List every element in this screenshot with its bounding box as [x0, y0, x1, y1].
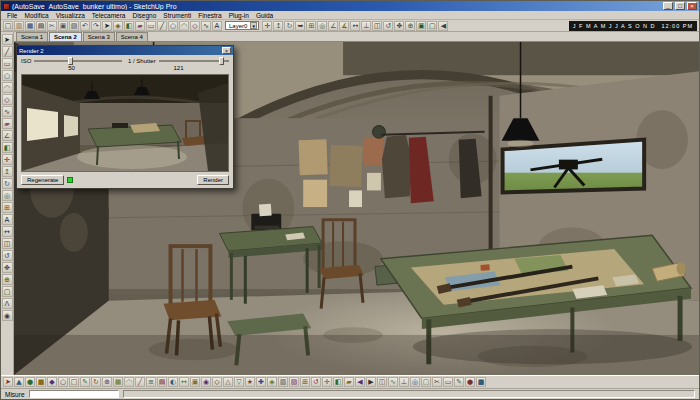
text-icon[interactable]: A [2, 214, 13, 225]
menu-disegno[interactable]: Disegno [129, 11, 159, 20]
rectangle-icon[interactable]: ▭ [146, 21, 156, 31]
render-dialog-titlebar[interactable]: Render 2 × [17, 46, 233, 55]
text-icon[interactable]: A [212, 21, 222, 31]
scene-tab-4[interactable]: Scena 4 [116, 32, 148, 41]
section-plane-icon[interactable]: ◫ [372, 21, 382, 31]
make-component-icon[interactable]: ◈ [113, 21, 123, 31]
bottom-tool-2-icon[interactable]: ▲ [14, 377, 24, 387]
tape-measure-icon[interactable]: ∠ [328, 21, 338, 31]
follow-me-icon[interactable]: ➥ [295, 21, 305, 31]
line-icon[interactable]: ╱ [157, 21, 167, 31]
window-titlebar[interactable]: (AutoSave_AutoSave_bunker ultimo) - Sket… [1, 1, 699, 11]
redo-icon[interactable]: ↷ [91, 21, 101, 31]
zoom-extents-icon[interactable]: ▢ [427, 21, 437, 31]
bottom-tool-21-icon[interactable]: △ [223, 377, 233, 387]
paint-bucket-icon[interactable]: ◧ [2, 142, 13, 153]
save-file-icon[interactable]: ▦ [25, 21, 35, 31]
bottom-tool-27-icon[interactable]: ▧ [289, 377, 299, 387]
menu-finestra[interactable]: Finestra [195, 11, 224, 20]
paint-bucket-icon[interactable]: ◧ [124, 21, 134, 31]
bottom-tool-29-icon[interactable]: ↺ [311, 377, 321, 387]
bottom-tool-18-icon[interactable]: ▣ [190, 377, 200, 387]
section-plane-icon[interactable]: ◫ [2, 238, 13, 249]
bottom-tool-38-icon[interactable]: ◎ [410, 377, 420, 387]
look-around-icon[interactable]: ◉ [2, 310, 13, 321]
measurement-input[interactable] [29, 390, 119, 398]
tape-measure-icon[interactable]: ∠ [2, 130, 13, 141]
bottom-tool-4-icon[interactable]: ■ [36, 377, 46, 387]
bottom-tool-8-icon[interactable]: ✎ [80, 377, 90, 387]
arc-icon[interactable]: ◠ [2, 82, 13, 93]
bottom-tool-16-icon[interactable]: ◐ [168, 377, 178, 387]
bottom-tool-35-icon[interactable]: ◫ [377, 377, 387, 387]
bottom-tool-25-icon[interactable]: ◈ [267, 377, 277, 387]
dimension-icon[interactable]: ↔ [2, 226, 13, 237]
menu-plug-in[interactable]: Plug-in [226, 11, 252, 20]
bottom-tool-36-icon[interactable]: ∿ [388, 377, 398, 387]
orbit-icon[interactable]: ↺ [383, 21, 393, 31]
bottom-tool-26-icon[interactable]: ▥ [278, 377, 288, 387]
scale-icon[interactable]: ⊞ [2, 202, 13, 213]
bottom-tool-20-icon[interactable]: ◇ [212, 377, 222, 387]
render-dialog[interactable]: Render 2 × ISO 50 [16, 45, 234, 189]
scene-tab-2[interactable]: Scena 2 [49, 32, 82, 41]
push-pull-icon[interactable]: ↥ [273, 21, 283, 31]
bottom-tool-41-icon[interactable]: ▭ [443, 377, 453, 387]
bottom-tool-34-icon[interactable]: ▶ [366, 377, 376, 387]
menu-modifica[interactable]: Modifica [21, 11, 51, 20]
bottom-tool-43-icon[interactable]: ● [465, 377, 475, 387]
shutter-slider[interactable] [159, 57, 229, 65]
bottom-tool-32-icon[interactable]: ▰ [344, 377, 354, 387]
move-icon[interactable]: ✛ [2, 154, 13, 165]
bottom-tool-9-icon[interactable]: ↻ [91, 377, 101, 387]
bottom-tool-17-icon[interactable]: ↔ [179, 377, 189, 387]
bottom-tool-7-icon[interactable]: □ [69, 377, 79, 387]
rectangle-icon[interactable]: ▭ [2, 58, 13, 69]
previous-view-icon[interactable]: ◀ [438, 21, 448, 31]
copy-icon[interactable]: ▣ [58, 21, 68, 31]
render-dialog-close-icon[interactable]: × [222, 47, 231, 54]
bottom-tool-28-icon[interactable]: ⊞ [300, 377, 310, 387]
menu-strumenti[interactable]: Strumenti [160, 11, 194, 20]
modeling-viewport[interactable]: Render 2 × ISO 50 [14, 42, 699, 375]
regenerate-button[interactable]: Regenerate [21, 175, 64, 185]
pan-icon[interactable]: ✥ [394, 21, 404, 31]
layer-dropdown[interactable]: Layer0 ▾ [225, 21, 259, 30]
zoom-window-icon[interactable]: ▣ [416, 21, 426, 31]
freehand-icon[interactable]: ∿ [2, 106, 13, 117]
bottom-tool-13-icon[interactable]: ╱ [135, 377, 145, 387]
bottom-tool-5-icon[interactable]: ◆ [47, 377, 57, 387]
menu-telecamera[interactable]: Telecamera [89, 11, 129, 20]
bottom-tool-3-icon[interactable]: ● [25, 377, 35, 387]
render-button[interactable]: Render [197, 175, 229, 185]
line-icon[interactable]: ╱ [2, 46, 13, 57]
shadow-toolbar[interactable]: J F M A M J J A S O N D 12:00 PM [569, 21, 697, 31]
polygon-icon[interactable]: ◇ [2, 94, 13, 105]
scene-tab-1[interactable]: Scena 1 [16, 32, 48, 41]
bottom-tool-42-icon[interactable]: ✎ [454, 377, 464, 387]
shutter-slider-thumb[interactable] [219, 57, 224, 65]
bottom-tool-44-icon[interactable]: ■ [476, 377, 486, 387]
minimize-button[interactable]: _ [663, 2, 673, 10]
offset-icon[interactable]: ◎ [317, 21, 327, 31]
walk-icon[interactable]: Λ [2, 298, 13, 309]
circle-icon[interactable]: ○ [2, 70, 13, 81]
open-file-icon[interactable]: ▥ [14, 21, 24, 31]
iso-slider-thumb[interactable] [68, 57, 73, 65]
undo-icon[interactable]: ↶ [80, 21, 90, 31]
bottom-tool-30-icon[interactable]: ✛ [322, 377, 332, 387]
push-pull-icon[interactable]: ↥ [2, 166, 13, 177]
menu-guida[interactable]: Guida [253, 11, 276, 20]
bottom-tool-1-icon[interactable]: ➤ [3, 377, 13, 387]
select-icon[interactable]: ➤ [2, 34, 13, 45]
paste-icon[interactable]: ▨ [69, 21, 79, 31]
eraser-icon[interactable]: ▰ [135, 21, 145, 31]
iso-slider[interactable] [34, 57, 122, 65]
axes-icon[interactable]: ⊥ [361, 21, 371, 31]
bottom-tool-19-icon[interactable]: ◉ [201, 377, 211, 387]
freehand-icon[interactable]: ∿ [201, 21, 211, 31]
bottom-tool-24-icon[interactable]: ✚ [256, 377, 266, 387]
close-button[interactable]: × [687, 2, 697, 10]
scale-icon[interactable]: ⊞ [306, 21, 316, 31]
maximize-button[interactable]: □ [675, 2, 685, 10]
